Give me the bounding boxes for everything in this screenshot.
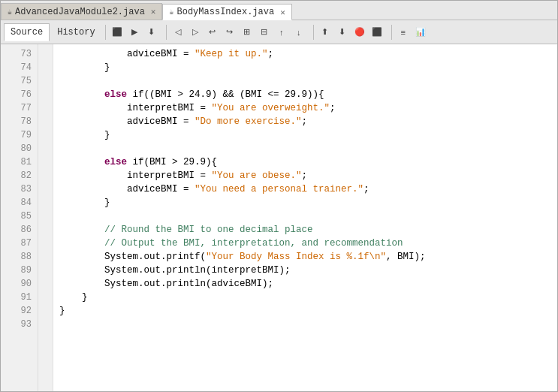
line-number: 91 (1, 291, 38, 304)
line-number: 89 (1, 264, 38, 277)
toolbar-btn-2[interactable]: ▶ (126, 24, 143, 41)
line-number: 76 (1, 88, 38, 101)
code-token: ; (268, 49, 274, 59)
code-line (59, 74, 551, 88)
code-token (59, 238, 104, 249)
toolbar-btn-14[interactable]: 🔴 (351, 24, 368, 41)
toolbar-btn-6[interactable]: ↩ (204, 24, 221, 41)
tab-close-icon[interactable]: ✕ (151, 7, 156, 17)
toolbar-separator-4 (391, 25, 392, 40)
code-line: // Round the BMI to one decimal place (59, 223, 551, 237)
toolbar-separator-2 (166, 25, 167, 40)
code-line (59, 142, 551, 155)
tab-bodymassindex-close-icon[interactable]: ✕ (280, 8, 285, 17)
toolbar-btn-4[interactable]: ◁ (170, 24, 186, 41)
line-number: 75 (1, 74, 38, 88)
toolbar-btn-15[interactable]: ⬛ (369, 24, 385, 41)
source-tab[interactable]: Source (4, 23, 50, 41)
code-line: interpretBMI = "You are overweight."; (59, 101, 551, 115)
code-token: System.out.println(interpretBMI); (59, 265, 291, 276)
toolbar-btn-group-4: ≡ 📊 (395, 24, 429, 41)
code-line: adviceBMI = "Do more exercise."; (59, 115, 551, 128)
toolbar-btn-9[interactable]: ⊟ (256, 24, 273, 41)
code-token: ; (330, 103, 336, 113)
code-token: , BMI); (386, 252, 426, 262)
line-number: 82 (1, 169, 38, 182)
code-line: } (59, 304, 551, 318)
code-line: adviceBMI = "You need a personal trainer… (59, 182, 551, 196)
code-token (59, 157, 104, 167)
code-token: ; (363, 184, 369, 194)
gutter (38, 44, 53, 391)
code-line: adviceBMI = "Keep it up."; (59, 47, 551, 61)
code-line: else if(BMI > 29.9){ (59, 155, 551, 169)
code-line: System.out.println(adviceBMI); (59, 277, 551, 291)
toolbar-btn-5[interactable]: ▷ (187, 24, 204, 41)
code-token: else (104, 89, 127, 100)
main-window: ☕ AdvancedJavaModule2.java ✕ ☕ BodyMassI… (0, 0, 558, 392)
code-token: "Do more exercise." (195, 116, 302, 127)
line-number: 86 (1, 223, 38, 237)
tab-bodymassindex[interactable]: ☕ BodyMassIndex.java ✕ (162, 4, 291, 20)
line-number: 77 (1, 101, 38, 115)
code-line (59, 210, 551, 223)
toolbar-btn-group-1: ⬛ ▶ ⬇ (109, 24, 160, 41)
tab-bar: ☕ AdvancedJavaModule2.java ✕ ☕ BodyMassI… (1, 1, 557, 20)
code-line: else if((BMI > 24.9) && (BMI <= 29.9)){ (59, 88, 551, 101)
line-number: 81 (1, 155, 38, 169)
code-token: } (59, 306, 65, 316)
toolbar-separator-3 (313, 25, 314, 40)
toolbar-btn-group-2: ◁ ▷ ↩ ↪ ⊞ ⊟ ↑ ↓ (170, 24, 307, 41)
code-line: } (59, 128, 551, 142)
line-number: 84 (1, 196, 38, 210)
code-token: ; (302, 116, 308, 127)
toolbar-btn-8[interactable]: ⊞ (239, 24, 255, 41)
toolbar-btn-17[interactable]: 📊 (412, 24, 429, 41)
java-icon: ☕ (8, 8, 12, 17)
toolbar-btn-11[interactable]: ↓ (291, 24, 307, 41)
code-token: interpretBMI = (59, 170, 212, 181)
line-number: 78 (1, 115, 38, 128)
code-token: adviceBMI = (59, 49, 195, 59)
code-line: System.out.printf("Your Body Mass Index … (59, 250, 551, 264)
code-token: System.out.printf( (59, 252, 206, 262)
code-token: else (104, 157, 127, 167)
tab-advancedjavamodule-label: AdvancedJavaModule2.java (15, 7, 145, 17)
line-number: 88 (1, 250, 38, 264)
code-line: interpretBMI = "You are obese."; (59, 169, 551, 182)
line-number: 80 (1, 142, 38, 155)
tab-bodymassindex-label: BodyMassIndex.java (177, 7, 275, 17)
toolbar-btn-12[interactable]: ⬆ (317, 24, 333, 41)
history-label: History (57, 27, 95, 38)
code-token: if((BMI > 24.9) && (BMI <= 29.9)){ (127, 89, 324, 100)
code-token: "Your Body Mass Index is %.1f\n" (206, 252, 386, 262)
line-number: 74 (1, 61, 38, 74)
code-line: } (59, 196, 551, 210)
toolbar-btn-13[interactable]: ⬇ (334, 24, 351, 41)
code-token: "You need a personal trainer." (195, 184, 363, 194)
toolbar-btn-3[interactable]: ⬇ (143, 24, 160, 41)
line-number: 73 (1, 47, 38, 61)
code-token: adviceBMI = (59, 116, 195, 127)
tab-advancedjavamodule[interactable]: ☕ AdvancedJavaModule2.java ✕ (1, 3, 162, 20)
toolbar-btn-group-3: ⬆ ⬇ 🔴 ⬛ (317, 24, 385, 41)
code-token: } (59, 62, 110, 73)
toolbar-btn-10[interactable]: ↑ (273, 24, 290, 41)
history-tab[interactable]: History (50, 23, 101, 41)
code-content[interactable]: adviceBMI = "Keep it up."; } else if((BM… (53, 44, 557, 391)
code-token: "You are overweight." (212, 103, 330, 113)
java-icon-2: ☕ (169, 8, 173, 17)
toolbar-btn-7[interactable]: ↪ (222, 24, 238, 41)
source-label: Source (11, 27, 43, 38)
line-number: 85 (1, 210, 38, 223)
code-token: } (59, 198, 110, 208)
code-token: // Round the BMI to one decimal place (104, 225, 313, 235)
toolbar-btn-1[interactable]: ⬛ (109, 24, 125, 41)
code-token: // Output the BMI, interpretation, and r… (104, 238, 403, 249)
line-number: 83 (1, 182, 38, 196)
toolbar: Source History ⬛ ▶ ⬇ ◁ ▷ ↩ ↪ ⊞ ⊟ ↑ ↓ ⬆ ⬇… (1, 20, 557, 44)
line-number: 92 (1, 304, 38, 318)
code-token: if(BMI > 29.9){ (127, 157, 217, 167)
code-line: System.out.println(interpretBMI); (59, 264, 551, 277)
toolbar-btn-16[interactable]: ≡ (395, 24, 412, 41)
